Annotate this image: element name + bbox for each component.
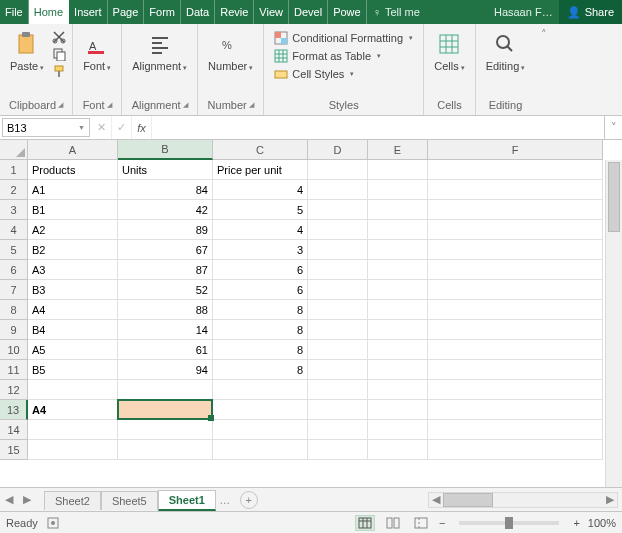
cell[interactable] xyxy=(428,180,603,200)
cell[interactable] xyxy=(368,280,428,300)
page-layout-view-icon[interactable] xyxy=(383,515,403,531)
cell[interactable] xyxy=(308,320,368,340)
row-header[interactable]: 12 xyxy=(0,380,28,400)
row-header[interactable]: 4 xyxy=(0,220,28,240)
cell[interactable] xyxy=(368,380,428,400)
share-button[interactable]: 👤 Share xyxy=(559,0,622,24)
cell[interactable] xyxy=(368,240,428,260)
page-break-view-icon[interactable] xyxy=(411,515,431,531)
cell[interactable]: Price per unit xyxy=(213,160,308,180)
row-header[interactable]: 13 xyxy=(0,400,28,420)
zoom-out-button[interactable]: − xyxy=(439,517,445,529)
cell[interactable]: 4 xyxy=(213,220,308,240)
enter-formula-icon[interactable]: ✓ xyxy=(112,116,132,139)
cell[interactable] xyxy=(428,260,603,280)
cell[interactable]: 3 xyxy=(213,240,308,260)
scroll-left-icon[interactable]: ◀ xyxy=(429,493,443,506)
tab-page[interactable]: Page xyxy=(108,0,145,24)
cell[interactable]: 14 xyxy=(118,320,213,340)
cell[interactable]: A2 xyxy=(28,220,118,240)
cell[interactable] xyxy=(308,220,368,240)
cell[interactable] xyxy=(368,420,428,440)
cell[interactable] xyxy=(308,360,368,380)
scroll-right-icon[interactable]: ▶ xyxy=(603,493,617,506)
cell[interactable] xyxy=(308,340,368,360)
paste-button[interactable]: Paste xyxy=(6,28,48,74)
cell[interactable]: 6 xyxy=(213,280,308,300)
dialog-launcher-icon[interactable]: ◢ xyxy=(107,101,112,109)
cell[interactable]: Products xyxy=(28,160,118,180)
row-header[interactable]: 15 xyxy=(0,440,28,460)
cell[interactable] xyxy=(28,380,118,400)
cell[interactable]: 88 xyxy=(118,300,213,320)
cell[interactable]: B1 xyxy=(28,200,118,220)
cell[interactable] xyxy=(368,160,428,180)
cell[interactable] xyxy=(28,420,118,440)
row-header[interactable]: 11 xyxy=(0,360,28,380)
cell[interactable]: B2 xyxy=(28,240,118,260)
cell[interactable] xyxy=(213,420,308,440)
font-button[interactable]: A Font xyxy=(79,28,115,74)
cell[interactable] xyxy=(308,180,368,200)
tab-review[interactable]: Revie xyxy=(215,0,254,24)
cancel-formula-icon[interactable]: ✕ xyxy=(92,116,112,139)
row-header[interactable]: 5 xyxy=(0,240,28,260)
cell[interactable] xyxy=(428,440,603,460)
cell[interactable] xyxy=(428,240,603,260)
collapse-ribbon-icon[interactable]: ˄ xyxy=(535,24,553,115)
cell[interactable]: B5 xyxy=(28,360,118,380)
tab-home[interactable]: Home xyxy=(29,0,69,24)
cell[interactable] xyxy=(118,380,213,400)
cell[interactable] xyxy=(308,280,368,300)
row-header[interactable]: 9 xyxy=(0,320,28,340)
cell[interactable] xyxy=(308,260,368,280)
add-sheet-button[interactable]: + xyxy=(240,491,258,509)
cell[interactable]: 89 xyxy=(118,220,213,240)
cell[interactable] xyxy=(308,200,368,220)
cell-styles-button[interactable]: Cell Styles xyxy=(272,66,356,82)
cell[interactable] xyxy=(308,160,368,180)
row-header[interactable]: 8 xyxy=(0,300,28,320)
cell[interactable]: 84 xyxy=(118,180,213,200)
cell[interactable]: 61 xyxy=(118,340,213,360)
fx-icon[interactable]: fx xyxy=(132,116,152,139)
zoom-slider[interactable] xyxy=(459,521,559,525)
column-header[interactable]: D xyxy=(308,140,368,160)
cell[interactable]: 42 xyxy=(118,200,213,220)
cell[interactable] xyxy=(428,200,603,220)
alignment-button[interactable]: Alignment xyxy=(128,28,191,74)
cell[interactable] xyxy=(368,300,428,320)
row-header[interactable]: 3 xyxy=(0,200,28,220)
cell[interactable] xyxy=(428,360,603,380)
cell[interactable] xyxy=(118,440,213,460)
name-box[interactable]: B13 ▼ xyxy=(2,118,90,137)
format-painter-icon[interactable] xyxy=(52,64,66,78)
cell[interactable]: 8 xyxy=(213,300,308,320)
sheet-nav-next-icon[interactable]: ▶ xyxy=(18,493,36,506)
cell[interactable] xyxy=(428,400,603,420)
column-header[interactable]: C xyxy=(213,140,308,160)
tell-me[interactable]: ♀ Tell me xyxy=(367,0,426,24)
cell[interactable] xyxy=(428,380,603,400)
cell[interactable] xyxy=(428,160,603,180)
cell[interactable]: A1 xyxy=(28,180,118,200)
cell[interactable] xyxy=(368,220,428,240)
cell[interactable]: 5 xyxy=(213,200,308,220)
tab-devel[interactable]: Devel xyxy=(289,0,328,24)
cell[interactable] xyxy=(368,360,428,380)
cell[interactable] xyxy=(368,340,428,360)
expand-formula-bar-icon[interactable]: ˅ xyxy=(604,116,622,139)
cell[interactable] xyxy=(308,440,368,460)
cell[interactable] xyxy=(213,440,308,460)
cell[interactable] xyxy=(308,400,368,420)
cell[interactable] xyxy=(428,340,603,360)
tab-file[interactable]: File xyxy=(0,0,29,24)
cell[interactable] xyxy=(368,200,428,220)
horizontal-scrollbar[interactable]: ◀ ▶ xyxy=(428,492,618,508)
cell[interactable] xyxy=(428,220,603,240)
cell[interactable] xyxy=(308,420,368,440)
cell[interactable] xyxy=(308,380,368,400)
cell[interactable]: 8 xyxy=(213,340,308,360)
cell[interactable] xyxy=(118,420,213,440)
zoom-in-button[interactable]: + xyxy=(573,517,579,529)
